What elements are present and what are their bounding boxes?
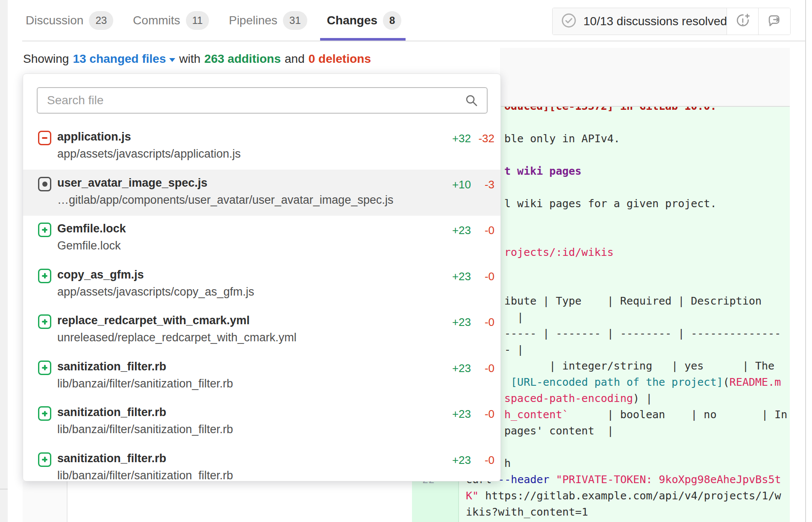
file-added-icon bbox=[38, 269, 51, 283]
file-additions: +32 bbox=[452, 132, 471, 145]
file-list-item[interactable]: sanitization_filter.rb lib/banzai/filter… bbox=[23, 353, 500, 399]
summary-prefix: Showing bbox=[23, 52, 69, 66]
file-search bbox=[37, 87, 488, 114]
file-path: app/assets/javascripts/copy_as_gfm.js bbox=[57, 285, 254, 299]
file-list-item[interactable]: Gemfile.lock Gemfile.lock +23 -0 bbox=[23, 215, 500, 261]
file-additions: +10 bbox=[452, 178, 471, 191]
jump-to-next-discussion-button[interactable] bbox=[759, 8, 790, 35]
file-list-item[interactable]: sanitization_filter.rb lib/banzai/filter… bbox=[23, 445, 500, 482]
file-name: Gemfile.lock bbox=[57, 222, 126, 235]
additions-count: 263 additions bbox=[204, 52, 281, 66]
file-deletions: -0 bbox=[474, 316, 494, 329]
file-added-icon bbox=[38, 452, 51, 467]
file-additions: +23 bbox=[452, 270, 471, 283]
file-added-icon bbox=[38, 314, 51, 329]
tab-count-badge: 23 bbox=[89, 11, 113, 30]
file-additions: +23 bbox=[452, 408, 471, 421]
file-additions: +23 bbox=[452, 316, 471, 329]
file-list-item[interactable]: application.js app/assets/javascripts/ap… bbox=[23, 123, 500, 170]
summary-conjunction: and bbox=[285, 52, 305, 66]
discussions-resolved-status: 10/13 discussions resolved bbox=[553, 8, 727, 35]
tab-count-badge: 31 bbox=[283, 11, 307, 30]
tab-count-badge: 8 bbox=[383, 11, 401, 30]
file-deletions: -0 bbox=[474, 454, 494, 467]
file-deletions: -0 bbox=[474, 224, 494, 237]
file-name: sanitization_filter.rb bbox=[57, 406, 166, 419]
file-path: Gemfile.lock bbox=[57, 239, 121, 252]
file-added-icon bbox=[38, 361, 51, 375]
file-added-icon bbox=[38, 406, 51, 421]
page-left-gutter-divider bbox=[0, 489, 8, 490]
tab-count-badge: 11 bbox=[186, 11, 209, 30]
deletions-count: 0 deletions bbox=[309, 52, 371, 66]
file-list-item[interactable]: copy_as_gfm.js app/assets/javascripts/co… bbox=[23, 261, 500, 308]
file-name: sanitization_filter.rb bbox=[57, 360, 166, 373]
file-name: replace_redcarpet_with_cmark.yml bbox=[57, 314, 250, 327]
file-path: lib/banzai/filter/sanitization_filter.rb bbox=[57, 469, 233, 482]
tab-commits[interactable]: Commits 11 bbox=[133, 0, 209, 41]
file-path: lib/banzai/filter/sanitization_filter.rb bbox=[57, 377, 233, 390]
resolve-with-issue-icon bbox=[735, 13, 751, 30]
file-modified-icon bbox=[38, 177, 51, 191]
file-search-dropdown: application.js app/assets/javascripts/ap… bbox=[23, 73, 501, 481]
file-path: …gitlab/app/components/user_avatar/user_… bbox=[57, 194, 393, 207]
summary-middle: with bbox=[179, 52, 200, 66]
changes-summary: Showing 13 changed files with 263 additi… bbox=[23, 48, 371, 70]
file-name: user_avatar_image_spec.js bbox=[57, 176, 207, 190]
file-added-icon bbox=[38, 223, 51, 237]
page-edge-divider bbox=[805, 0, 806, 522]
file-list-item[interactable]: user_avatar_image_spec.js …gitlab/app/co… bbox=[23, 170, 500, 216]
file-deletions: -0 bbox=[474, 408, 494, 421]
file-deletions: -0 bbox=[474, 362, 494, 375]
discussions-resolved-label: 10/13 discussions resolved bbox=[583, 15, 727, 28]
discussions-toolbar: 10/13 discussions resolved bbox=[552, 8, 791, 35]
changed-files-dropdown-toggle[interactable]: 13 changed files bbox=[73, 52, 175, 66]
file-path: unreleased/replace_redcarpet_with_cmark.… bbox=[57, 331, 297, 344]
file-list-item[interactable]: replace_redcarpet_with_cmark.yml unrelea… bbox=[23, 307, 500, 353]
diff-layout-column bbox=[23, 481, 68, 522]
tab-changes[interactable]: Changes 8 bbox=[327, 0, 402, 41]
page-left-gutter bbox=[0, 0, 8, 522]
file-path: lib/banzai/filter/sanitization_filter.rb bbox=[57, 423, 233, 436]
file-name: sanitization_filter.rb bbox=[57, 452, 166, 465]
file-deletions: -0 bbox=[474, 270, 494, 283]
tab-pipelines[interactable]: Pipelines 31 bbox=[229, 0, 307, 41]
check-circle-icon bbox=[560, 12, 577, 31]
file-name: copy_as_gfm.js bbox=[57, 268, 144, 282]
search-input[interactable] bbox=[37, 87, 488, 114]
file-name: application.js bbox=[57, 130, 131, 144]
file-additions: +23 bbox=[452, 362, 471, 375]
file-additions: +23 bbox=[452, 454, 471, 467]
jump-to-discussion-icon bbox=[766, 13, 783, 30]
file-additions: +23 bbox=[452, 224, 471, 237]
diff-file-header bbox=[500, 48, 790, 107]
resolve-with-issue-button[interactable] bbox=[727, 8, 759, 35]
file-path: app/assets/javascripts/application.js bbox=[57, 147, 241, 161]
file-deleted-icon bbox=[38, 131, 51, 145]
file-deletions: -32 bbox=[474, 132, 494, 145]
file-deletions: -3 bbox=[474, 178, 494, 191]
chevron-down-icon bbox=[169, 58, 175, 62]
search-icon bbox=[465, 94, 478, 109]
file-list-item[interactable]: sanitization_filter.rb lib/banzai/filter… bbox=[23, 399, 500, 445]
tab-discussion[interactable]: Discussion 23 bbox=[26, 0, 113, 41]
